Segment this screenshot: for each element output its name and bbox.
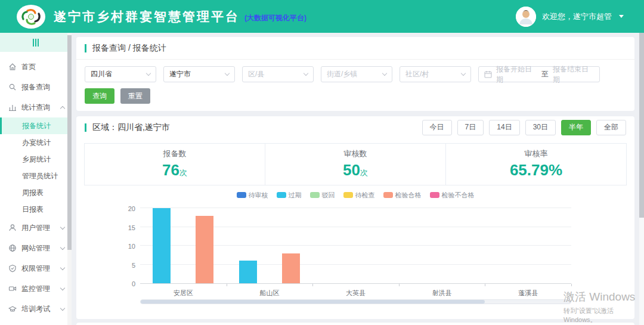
search-icon	[8, 83, 17, 92]
sidebar-item-label: 监控管理	[21, 284, 61, 294]
chevron-down-icon	[619, 15, 624, 18]
chevron-down-icon	[304, 71, 308, 76]
filter-actions: 查询 重置	[76, 82, 634, 111]
legend-swatch	[277, 192, 286, 198]
x-axis-tick	[312, 284, 313, 286]
sidebar-item-training-exam[interactable]: 培训考试	[0, 299, 72, 319]
sidebar-item-label: 网站管理	[21, 243, 61, 253]
accent-bar	[85, 123, 86, 132]
sidebar-item-user-management[interactable]: 用户管理	[0, 218, 72, 238]
legend-swatch	[383, 192, 393, 198]
app-logo-icon	[17, 5, 45, 29]
legend-item[interactable]: 待审核	[237, 191, 268, 200]
stat-value: 50次	[265, 161, 445, 179]
sidebar-item-admin-statistics[interactable]: 管理员统计	[0, 168, 72, 184]
sidebar-scrollbar[interactable]	[67, 33, 72, 325]
street-select-placeholder: 街道/乡镇	[327, 69, 357, 79]
y-axis-tick-label: 10	[113, 243, 135, 250]
sidebar-item-home[interactable]: 首页	[0, 57, 72, 77]
stat-card-audits: 审核数 50次	[265, 143, 446, 185]
app-header: 遂宁市乡村群宴智慧管理平台 (大数据可视化平台) 欢迎您，遂宁市超管	[0, 0, 644, 33]
date-range-input[interactable]: 报备开始日期 至 报备结束日期	[478, 66, 600, 82]
user-menu[interactable]: 欢迎您，遂宁市超管	[516, 7, 624, 27]
legend-item[interactable]: 待检查	[343, 191, 375, 200]
sidebar-item-label: 日报表	[22, 205, 72, 215]
time-filter-button[interactable]: 7日	[457, 120, 484, 135]
legend-swatch	[237, 192, 246, 198]
x-axis-category-label: 船山区	[227, 289, 313, 298]
page-scrollbar[interactable]	[639, 33, 644, 325]
chevron-down-icon	[146, 71, 151, 76]
district-select-placeholder: 区/县	[248, 69, 264, 79]
legend-label: 驳回	[322, 191, 335, 200]
stat-label: 报备数	[85, 148, 265, 159]
legend-item[interactable]: 检验不合格	[430, 191, 475, 200]
page-scrollbar-thumb[interactable]	[639, 33, 644, 218]
chart-scrollbar-thumb[interactable]	[141, 300, 485, 304]
chevron-down-icon	[60, 244, 65, 249]
legend-label: 检验不合格	[442, 191, 475, 200]
reset-button[interactable]: 重置	[120, 88, 150, 104]
region-header: 区域：四川省,遂宁市 今日 7日 14日 30日 半年 全部	[76, 116, 634, 138]
chart-bar[interactable]	[196, 216, 213, 283]
stat-unit: 次	[179, 168, 187, 177]
sidebar-item-daily-report[interactable]: 日报表	[0, 201, 72, 218]
sidebar-item-label: 统计查询	[21, 103, 61, 113]
chart-bar[interactable]	[239, 261, 257, 283]
chart-scrollbar[interactable]	[140, 299, 571, 304]
sidebar-item-label: 培训考试	[21, 304, 61, 314]
legend-item[interactable]: 检验合格	[383, 191, 422, 200]
street-select[interactable]: 街道/乡镇	[321, 66, 392, 82]
date-separator: 至	[541, 69, 549, 79]
time-filter-button[interactable]: 半年	[561, 120, 591, 135]
x-axis-tick	[399, 284, 400, 286]
sidebar-item-report-statistics[interactable]: 报备统计	[0, 117, 72, 134]
chevron-down-icon	[60, 285, 65, 290]
stat-unit: 次	[360, 168, 368, 177]
main-content: 报备查询 / 报备统计 四川省 遂宁市 区/县 街道/乡镇	[72, 33, 644, 325]
legend-swatch	[343, 192, 353, 198]
shield-icon	[8, 264, 17, 273]
calendar-icon	[484, 70, 492, 78]
avatar[interactable]	[516, 7, 536, 27]
sidebar-item-website-management[interactable]: 网站管理	[0, 238, 72, 258]
time-filter-button[interactable]: 30日	[525, 120, 556, 135]
sidebar-collapse-toggle[interactable]	[0, 33, 72, 52]
search-button[interactable]: 查询	[85, 88, 114, 104]
chart-bar[interactable]	[153, 208, 171, 283]
sidebar-item-weekly-report[interactable]: 周报表	[0, 184, 72, 201]
chevron-down-icon	[461, 71, 466, 76]
user-icon	[8, 224, 17, 233]
stat-card-audit-rate: 审核率 65.79%	[445, 143, 627, 185]
time-filter-button[interactable]: 全部	[596, 120, 626, 135]
globe-icon	[8, 244, 17, 253]
chart-gridline	[140, 208, 571, 208]
sidebar-scrollbar-thumb[interactable]	[67, 35, 72, 250]
city-select[interactable]: 遂宁市	[163, 66, 235, 82]
sidebar-item-mall-users[interactable]: 商城用户	[0, 319, 72, 325]
sidebar-item-label: 周报表	[22, 188, 72, 198]
x-axis-tick	[485, 284, 485, 286]
x-axis-category-label: 大英县	[312, 289, 399, 298]
province-select[interactable]: 四川省	[85, 66, 156, 82]
legend-label: 待检查	[355, 191, 375, 200]
sidebar-item-report-query[interactable]: 报备查询	[0, 77, 72, 97]
sidebar-item-permission-management[interactable]: 权限管理	[0, 258, 72, 278]
legend-item[interactable]: 驳回	[310, 191, 335, 200]
chart-bar[interactable]	[282, 253, 300, 283]
x-axis-category-label: 安居区	[140, 289, 227, 298]
x-axis-category-label: 射洪县	[399, 289, 485, 298]
community-select[interactable]: 社区/村	[400, 66, 471, 82]
legend-item[interactable]: 过期	[277, 191, 302, 200]
sidebar-item-monitoring-management[interactable]: 监控管理	[0, 278, 72, 299]
district-select[interactable]: 区/县	[242, 66, 314, 82]
y-axis-tick-label: 20	[113, 205, 135, 212]
sidebar-item-label: 用户管理	[21, 223, 61, 233]
sidebar-item-banquet-statistics[interactable]: 办宴统计	[0, 134, 72, 151]
legend-swatch	[310, 192, 320, 198]
sidebar-item-statistics-query[interactable]: 统计查询	[0, 97, 72, 117]
time-filter-group: 今日 7日 14日 30日 半年 全部	[422, 120, 626, 135]
time-filter-button[interactable]: 14日	[489, 120, 519, 135]
time-filter-button[interactable]: 今日	[422, 120, 452, 135]
sidebar-item-chef-statistics[interactable]: 乡厨统计	[0, 151, 72, 168]
